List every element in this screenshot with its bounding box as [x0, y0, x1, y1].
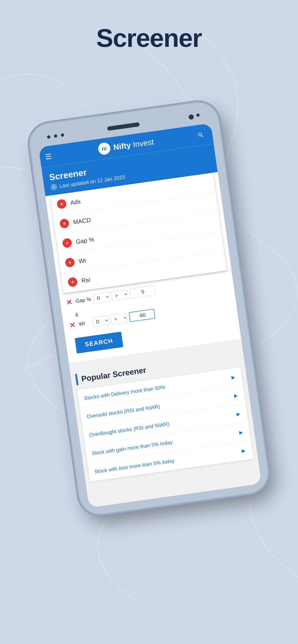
- logo-text: ni: [101, 145, 107, 152]
- dropdown-label-rsi: Rsi: [81, 276, 91, 284]
- camera-dot-3: [61, 133, 64, 137]
- filter-wr-timeframe[interactable]: D W M: [92, 315, 109, 327]
- app-name-invest: Invest: [132, 137, 154, 149]
- filter-gap-timeframe[interactable]: D W M: [93, 292, 110, 304]
- add-rsi-btn[interactable]: +: [67, 277, 78, 287]
- app-name: Nifty Invest: [113, 137, 154, 152]
- add-gap-btn[interactable]: +: [62, 238, 72, 248]
- phone-frame: ☰ ni Nifty Invest Screener: [27, 100, 271, 517]
- camera-main: [188, 114, 194, 120]
- dropdown-label-macd: MACD: [73, 216, 91, 226]
- remove-wr-btn[interactable]: ✕: [68, 320, 77, 330]
- phone-camera-right: [188, 113, 200, 120]
- add-adx-btn[interactable]: +: [56, 199, 67, 209]
- filter-gap-value[interactable]: [130, 285, 156, 298]
- screen-content: Screener i Last updated on 12 Jan 2023 +…: [41, 144, 261, 508]
- phone-speaker: [107, 122, 140, 131]
- popular-item-oversold-arrow: ►: [232, 392, 239, 400]
- search-button[interactable]: SEARCH: [75, 332, 123, 354]
- filter-gap-operator[interactable]: > < = >= <=: [111, 289, 129, 301]
- phone-camera-left: [47, 133, 64, 139]
- camera-dot-2: [54, 134, 58, 138]
- dropdown-label-adx: Adx: [70, 198, 81, 206]
- search-icon-btn[interactable]: [194, 128, 208, 142]
- hamburger-menu-icon[interactable]: ☰: [45, 152, 52, 161]
- page-title: Screener: [0, 23, 298, 52]
- popular-item-overbought-arrow: ►: [235, 410, 242, 418]
- filter-wr-operator[interactable]: > < = >= <=: [110, 313, 128, 324]
- filter-wr-label: Wr: [79, 320, 91, 327]
- popular-accent-bar: [75, 374, 79, 386]
- phone-screen: ☰ ni Nifty Invest Screener: [39, 123, 261, 508]
- camera-secondary: [196, 113, 200, 117]
- add-macd-btn[interactable]: +: [59, 218, 70, 229]
- popular-section-title: Popular Screener: [81, 365, 147, 384]
- app-logo: ni: [98, 142, 111, 156]
- add-wr-btn[interactable]: +: [65, 257, 75, 268]
- camera-dot-1: [47, 135, 51, 139]
- popular-item-delivery-arrow: ►: [230, 374, 237, 381]
- popular-item-loss5-arrow: ►: [240, 447, 247, 455]
- dropdown-label-wr: Wr: [78, 257, 87, 265]
- popular-item-gain5-arrow: ►: [238, 428, 245, 436]
- app-name-nifty: Nifty: [113, 140, 131, 152]
- popular-screener-section: Popular Screener Stocks with Delivery mo…: [69, 344, 258, 487]
- popular-list: Stocks with Delivery more than 50% ► Ove…: [77, 367, 253, 482]
- dropdown-label-gap: Gap %: [75, 236, 95, 246]
- filter-gap-label: Gap %: [75, 296, 91, 304]
- remove-gap-btn[interactable]: ✕: [65, 298, 74, 307]
- info-icon: i: [50, 183, 58, 191]
